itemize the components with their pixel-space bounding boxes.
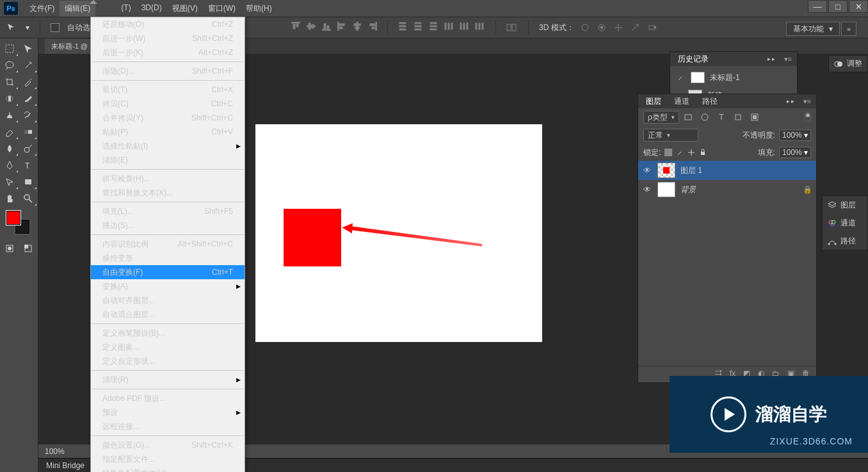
- distribute-vcenter-icon[interactable]: [412, 20, 424, 32]
- menu-item[interactable]: 后退一步(K)Alt+Ctrl+Z: [91, 45, 245, 60]
- filter-pixel-icon[interactable]: [683, 112, 693, 122]
- layer-name[interactable]: 图层 1: [680, 165, 702, 176]
- brush-tool[interactable]: [19, 90, 38, 107]
- menu-item[interactable]: 定义图案...: [91, 340, 245, 354]
- clone-stamp-tool[interactable]: [0, 107, 19, 124]
- lock-pixels-icon[interactable]: [676, 149, 684, 156]
- foreground-swatch[interactable]: [6, 211, 20, 225]
- menu-item[interactable]: 内容识别比例Alt+Shift+Ctrl+C: [91, 237, 245, 251]
- auto-select-checkbox[interactable]: [51, 23, 60, 32]
- layers-tab[interactable]: 图层: [643, 95, 664, 108]
- healing-brush-tool[interactable]: [0, 90, 19, 107]
- quick-mask-icon[interactable]: [0, 240, 19, 257]
- magic-wand-tool[interactable]: [19, 57, 38, 74]
- color-swatches[interactable]: [6, 211, 32, 236]
- move-tool[interactable]: [19, 40, 38, 57]
- distribute-right-icon[interactable]: [474, 20, 485, 32]
- menu-item[interactable]: 定义画笔预设(B)...: [91, 326, 245, 340]
- menu-6[interactable]: 视图(V): [167, 1, 203, 17]
- layer-thumbnail[interactable]: [657, 163, 675, 178]
- distribute-top-icon[interactable]: [397, 20, 408, 32]
- menu-item[interactable]: 清理(R): [91, 373, 245, 387]
- workspace-menu-icon[interactable]: »: [841, 22, 856, 36]
- align-left-icon[interactable]: [336, 20, 348, 32]
- menu-8[interactable]: 帮助(H): [241, 1, 277, 17]
- slide-3d-icon[interactable]: [629, 22, 641, 33]
- menu-0[interactable]: 文件(F): [24, 1, 60, 17]
- layer-thumbnail[interactable]: [657, 182, 675, 197]
- blur-tool[interactable]: [0, 140, 19, 157]
- filter-smart-icon[interactable]: [750, 112, 760, 122]
- paths-tab[interactable]: 路径: [700, 95, 720, 108]
- filter-shape-icon[interactable]: [733, 112, 743, 122]
- zoom-3d-icon[interactable]: [646, 22, 657, 33]
- marquee-tool[interactable]: [0, 40, 19, 57]
- align-vcenter-icon[interactable]: [305, 20, 317, 32]
- menu-item[interactable]: 剪切(T)Ctrl+X: [91, 83, 245, 97]
- document-tab[interactable]: 未标题-1 @: [45, 39, 94, 54]
- panel-menu-icon[interactable]: ▾≡: [784, 55, 792, 63]
- crop-tool[interactable]: [0, 74, 19, 90]
- zoom-level[interactable]: 100%: [45, 447, 65, 456]
- menu-item[interactable]: 预设: [91, 405, 245, 419]
- close-button[interactable]: ✕: [849, 0, 868, 13]
- pen-tool[interactable]: [0, 157, 19, 174]
- menu-item[interactable]: 选择性粘贴(I): [91, 139, 245, 153]
- menu-item[interactable]: 前进一步(W)Shift+Ctrl+Z: [91, 31, 245, 45]
- history-source-row[interactable]: 未标题-1: [673, 69, 794, 86]
- opacity-value[interactable]: 100% ▾: [779, 129, 811, 141]
- align-right-icon[interactable]: [367, 20, 378, 32]
- menu-item[interactable]: 自由变换(F)Ctrl+T: [91, 265, 245, 279]
- dodge-tool[interactable]: [19, 140, 38, 157]
- blend-mode-select[interactable]: 正常: [643, 129, 698, 142]
- distribute-left-icon[interactable]: [443, 20, 454, 32]
- fill-value[interactable]: 100% ▾: [779, 147, 811, 158]
- menu-4[interactable]: (T): [116, 1, 136, 17]
- layer-filter-kind[interactable]: ρ 类型: [643, 111, 679, 124]
- menu-item[interactable]: 转换为配置文件(V)...: [91, 466, 245, 472]
- menu-item[interactable]: 操控变形: [91, 251, 245, 265]
- visibility-icon[interactable]: 👁: [642, 166, 652, 175]
- mini-bridge-tab[interactable]: Mini Bridge: [46, 461, 84, 470]
- filter-type-icon[interactable]: T: [716, 112, 727, 122]
- layer-row[interactable]: 👁图层 1: [638, 161, 816, 180]
- visibility-icon[interactable]: 👁: [642, 185, 652, 194]
- adjustments-panel-collapsed[interactable]: 调整: [828, 55, 868, 72]
- menu-item[interactable]: 还原移动(O)Ctrl+Z: [91, 17, 245, 31]
- auto-align-icon[interactable]: [506, 22, 518, 33]
- panel-collapse-icon[interactable]: ▸▸: [768, 56, 776, 62]
- zoom-tool[interactable]: [19, 190, 38, 207]
- eyedropper-tool[interactable]: [19, 74, 38, 90]
- menu-item[interactable]: 变换(A): [91, 279, 245, 293]
- type-tool[interactable]: T: [19, 157, 38, 174]
- layer-row[interactable]: 👁背景🔒: [638, 180, 816, 199]
- lock-transparency-icon[interactable]: [664, 149, 672, 156]
- screen-mode-icon[interactable]: [19, 240, 38, 257]
- align-top-icon[interactable]: [290, 20, 301, 32]
- history-brush-tool[interactable]: [19, 107, 38, 124]
- menu-item[interactable]: 合并拷贝(Y)Shift+Ctrl+C: [91, 111, 245, 125]
- distribute-bottom-icon[interactable]: [428, 20, 439, 32]
- channels-tab[interactable]: 通道: [671, 95, 692, 108]
- collapsed-channels[interactable]: 通道: [823, 214, 867, 232]
- lasso-tool[interactable]: [0, 57, 19, 74]
- red-square-shape[interactable]: [284, 209, 341, 266]
- distribute-hcenter-icon[interactable]: [458, 20, 470, 32]
- path-selection-tool[interactable]: [0, 174, 19, 190]
- artboard[interactable]: [255, 124, 542, 342]
- history-panel-tab[interactable]: 历史记录: [675, 53, 711, 66]
- menu-7[interactable]: 窗口(W): [203, 1, 241, 17]
- menu-3[interactable]: [106, 1, 116, 17]
- menu-item[interactable]: 指定配置文件...: [91, 452, 245, 466]
- align-hcenter-icon[interactable]: [351, 20, 363, 32]
- panel-collapse-icon[interactable]: ▸▸: [787, 98, 796, 104]
- hand-tool[interactable]: [0, 190, 19, 207]
- menu-item[interactable]: Adobe PDF 预设...: [91, 391, 245, 405]
- minimize-button[interactable]: —: [808, 0, 827, 13]
- layer-name[interactable]: 背景: [680, 184, 696, 195]
- menu-item[interactable]: 颜色设置(G)...Shift+Ctrl+K: [91, 438, 245, 452]
- menu-item[interactable]: 拷贝(C)Ctrl+C: [91, 97, 245, 111]
- align-bottom-icon[interactable]: [321, 20, 332, 32]
- rectangle-tool[interactable]: [19, 174, 38, 190]
- lock-all-icon[interactable]: [699, 149, 707, 156]
